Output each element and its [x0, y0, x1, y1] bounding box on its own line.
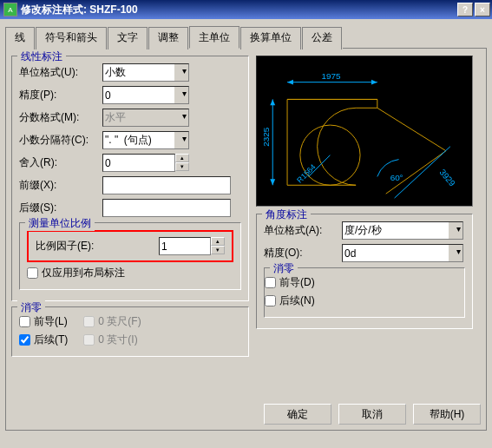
apply-layout-label: 仅应用到布局标注 [42, 266, 125, 280]
app-icon: A [3, 3, 17, 16]
angle-precision-select[interactable] [342, 244, 463, 262]
tab-panel: 线性标注 单位格式(U): 精度(P): 分数格式(M): 小数分隔符(C): [5, 49, 487, 431]
fraction-format-select [102, 109, 189, 127]
scale-up-button[interactable]: ▴ [211, 237, 225, 246]
tab-symbols-arrows[interactable]: 符号和箭头 [36, 27, 107, 49]
apply-layout-checkbox[interactable] [27, 267, 38, 279]
svg-text:60°: 60° [390, 173, 403, 182]
leading-checkbox[interactable] [19, 316, 30, 327]
feet-label: 0 英尺(F) [98, 314, 141, 329]
prefix-label: 前缀(X): [19, 178, 102, 193]
svg-rect-0 [257, 56, 471, 206]
unit-format-label: 单位格式(U): [19, 65, 102, 80]
linear-legend: 线性标注 [17, 49, 66, 64]
svg-text:2325: 2325 [261, 127, 271, 146]
titlebar: A 修改标注样式: SHZF-100 ? × [0, 0, 492, 19]
window-title: 修改标注样式: SHZF-100 [21, 3, 457, 17]
angle-group: 角度标注 单位格式(A): 精度(O): 消零 前导(D) [256, 214, 473, 329]
prefix-input[interactable] [102, 176, 231, 194]
close-window-button[interactable]: × [475, 3, 490, 16]
angle-precision-label: 精度(O): [264, 246, 342, 260]
help-button[interactable]: 帮助(H) [413, 404, 481, 425]
tab-tolerances[interactable]: 公差 [302, 27, 342, 49]
tab-text[interactable]: 文字 [108, 27, 148, 49]
decimal-sep-label: 小数分隔符(C): [19, 133, 102, 148]
precision-label: 精度(P): [19, 88, 102, 102]
trailing-checkbox[interactable] [19, 334, 30, 346]
zero-group: 消零 前导(L) 后续(T) [11, 306, 249, 357]
tab-strip: 线 符号和箭头 文字 调整 主单位 换算单位 公差 [5, 26, 487, 49]
suffix-label: 后缀(S): [19, 201, 102, 215]
ok-button[interactable]: 确定 [264, 404, 331, 425]
tab-fit[interactable]: 调整 [148, 27, 188, 49]
leading-label: 前导(L) [34, 314, 68, 329]
angle-leading-checkbox[interactable] [265, 277, 276, 288]
unit-format-select[interactable] [102, 63, 189, 82]
tab-primary-units[interactable]: 主单位 [189, 26, 239, 49]
scale-group: 测量单位比例 比例因子(E): ▴▾ 仅应用到布局标注 [19, 222, 241, 290]
feet-checkbox [83, 316, 95, 327]
round-spin[interactable] [102, 154, 175, 172]
tab-alt-units[interactable]: 换算单位 [240, 27, 301, 49]
svg-text:1975: 1975 [322, 71, 341, 81]
round-label: 舍入(R): [19, 155, 102, 170]
precision-select[interactable] [102, 86, 189, 104]
angle-legend: 角度标注 [262, 208, 311, 222]
angle-zero-group: 消零 前导(D) 后续(N) [264, 267, 465, 318]
help-window-button[interactable]: ? [457, 3, 473, 16]
scale-legend: 测量单位比例 [25, 216, 95, 231]
angle-zero-legend: 消零 [270, 261, 298, 276]
round-down-button[interactable]: ▾ [175, 162, 189, 171]
decimal-sep-select[interactable] [102, 131, 189, 149]
round-up-button[interactable]: ▴ [175, 154, 189, 162]
inches-checkbox [83, 334, 95, 346]
trailing-label: 后续(T) [34, 333, 68, 347]
angle-leading-label: 前导(D) [279, 275, 315, 290]
angle-trailing-checkbox[interactable] [265, 295, 276, 306]
fraction-format-label: 分数格式(M): [19, 110, 102, 125]
scale-highlight-box: 比例因子(E): ▴▾ [27, 230, 233, 262]
suffix-input[interactable] [102, 199, 231, 217]
angle-format-label: 单位格式(A): [264, 223, 342, 238]
angle-format-select[interactable] [342, 221, 463, 240]
scale-factor-spin[interactable] [159, 237, 211, 255]
cancel-button[interactable]: 取消 [338, 404, 406, 425]
dialog-buttons: 确定 取消 帮助(H) [264, 404, 481, 425]
tab-lines[interactable]: 线 [5, 27, 35, 49]
angle-trailing-label: 后续(N) [279, 293, 315, 308]
dimension-preview: 1975 2325 3929 60° R1564 [256, 56, 473, 207]
linear-group: 线性标注 单位格式(U): 精度(P): 分数格式(M): 小数分隔符(C): [11, 56, 249, 301]
inches-label: 0 英寸(I) [98, 333, 137, 347]
scale-factor-label: 比例因子(E): [36, 239, 159, 254]
zero-legend: 消零 [17, 300, 45, 315]
scale-down-button[interactable]: ▾ [211, 246, 225, 254]
